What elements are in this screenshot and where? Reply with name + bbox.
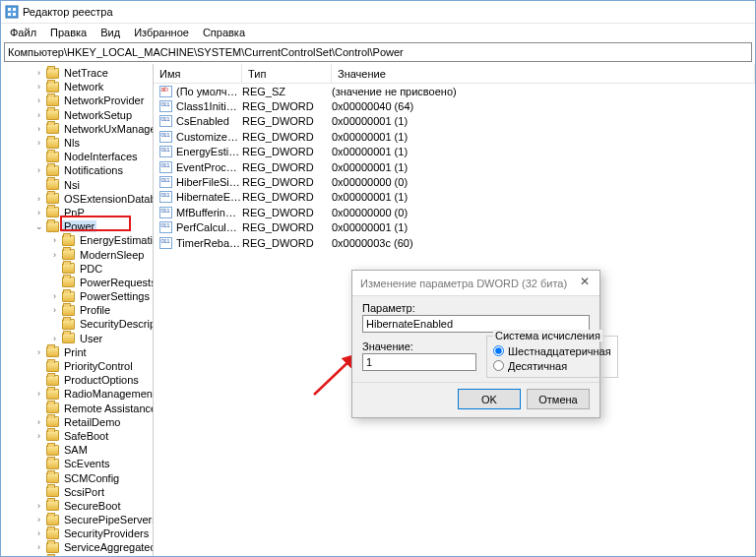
tree-item[interactable]: ›NetworkSetup: [1, 108, 153, 122]
value-type: REG_DWORD: [242, 115, 332, 127]
radio-dec[interactable]: Десятичная: [493, 358, 611, 373]
radio-hex[interactable]: Шестнадцатеричная: [493, 343, 611, 358]
tree-expand-icon[interactable]: ›: [34, 389, 43, 399]
menu-file[interactable]: Файл: [3, 26, 43, 39]
tree-item[interactable]: ServiceGroupOrder: [1, 555, 153, 556]
tree-expand-icon[interactable]: ›: [34, 82, 43, 92]
tree-item[interactable]: ›NetworkProvider: [1, 93, 153, 107]
list-row[interactable]: PerfCalculateAc...REG_DWORD0x00000001 (1…: [154, 220, 755, 235]
list-row[interactable]: CsEnabledREG_DWORD0x00000001 (1): [154, 114, 755, 129]
tree-item-label: ProductOptions: [62, 374, 141, 386]
tree-expand-icon[interactable]: ›: [34, 347, 43, 357]
list-row[interactable]: HiberFileSizePer...REG_DWORD0x00000000 (…: [154, 174, 755, 189]
tree-expand-icon[interactable]: ›: [50, 235, 59, 245]
list-row[interactable]: (По умолчанию)REG_SZ(значение не присвое…: [154, 84, 755, 98]
tree-expand-icon[interactable]: ›: [34, 417, 43, 427]
tree-item[interactable]: ›Network: [1, 80, 153, 93]
tree-item[interactable]: NodeInterfaces: [1, 150, 153, 163]
radio-dec-input[interactable]: [493, 360, 504, 371]
list-row[interactable]: TimerRebaseThr...REG_DWORD0x0000003c (60…: [154, 235, 755, 250]
tree-item[interactable]: PowerRequests: [1, 276, 153, 289]
value-type: REG_DWORD: [242, 237, 332, 249]
ok-button[interactable]: OK: [458, 389, 521, 409]
tree-item[interactable]: ›Notifications: [1, 163, 153, 177]
tree-expand-icon[interactable]: ›: [34, 138, 43, 148]
tree-expand-icon[interactable]: ›: [34, 542, 43, 552]
tree-item[interactable]: ›Profile: [1, 303, 153, 317]
tree-expand-icon[interactable]: ›: [34, 110, 43, 120]
tree-item[interactable]: ›RadioManagement: [1, 387, 153, 401]
tree-item[interactable]: ›ModernSleep: [1, 247, 153, 261]
tree-expand-icon[interactable]: ›: [34, 95, 43, 105]
tree-item[interactable]: ScEvents: [1, 457, 153, 470]
tree-item[interactable]: PriorityControl: [1, 359, 153, 373]
tree-item[interactable]: ›Nls: [1, 136, 153, 150]
tree-item[interactable]: ›PowerSettings: [1, 289, 153, 303]
tree-item[interactable]: SecurityDescriptors: [1, 317, 153, 331]
list-row[interactable]: Class1InitialUnp...REG_DWORD0x00000040 (…: [154, 98, 755, 113]
tree-expand-icon[interactable]: ⌄: [34, 221, 43, 231]
tree-expand-icon[interactable]: ›: [34, 501, 43, 511]
list-row[interactable]: EnergyEstimation...REG_DWORD0x00000001 (…: [154, 145, 755, 159]
col-value[interactable]: Значение: [332, 64, 755, 83]
tree-expand-icon[interactable]: ›: [50, 334, 59, 343]
tree-item[interactable]: ›RetailDemo: [1, 415, 153, 429]
tree-expand-icon[interactable]: ›: [34, 194, 43, 204]
svg-rect-2: [13, 8, 16, 11]
tree-expand-icon[interactable]: ›: [34, 165, 43, 175]
list-row[interactable]: MfBufferingThr...REG_DWORD0x00000000 (0): [154, 205, 755, 219]
svg-rect-4: [13, 13, 16, 16]
tree-expand-icon[interactable]: ›: [34, 528, 43, 538]
cancel-button[interactable]: Отмена: [527, 389, 590, 409]
tree-item-label: PowerRequests: [78, 277, 153, 288]
menu-favorites[interactable]: Избранное: [127, 26, 196, 39]
tree-expand-icon[interactable]: ›: [50, 291, 59, 301]
tree-expand-icon[interactable]: ›: [50, 250, 59, 260]
tree-item[interactable]: ScsiPort: [1, 485, 153, 499]
tree-expand-icon[interactable]: ›: [50, 305, 59, 315]
tree-item[interactable]: ›ServiceAggregatedEvents: [1, 540, 153, 554]
tree-item[interactable]: ›EnergyEstimation: [1, 233, 153, 247]
tree-expand-icon[interactable]: ›: [34, 124, 43, 134]
tree-expand-icon[interactable]: ›: [34, 515, 43, 525]
tree-expand-icon[interactable]: ›: [34, 431, 43, 441]
menu-edit[interactable]: Правка: [43, 26, 94, 39]
tree-item[interactable]: ›Print: [1, 345, 153, 359]
tree-item[interactable]: SAM: [1, 443, 153, 457]
tree-item[interactable]: ›OSExtensionDatabase: [1, 192, 153, 206]
radio-hex-input[interactable]: [493, 345, 504, 356]
tree-item[interactable]: ›SecurityProviders: [1, 526, 153, 540]
folder-icon: [62, 277, 75, 287]
tree-expand-icon[interactable]: ›: [34, 208, 43, 217]
value-data: 0x00000001 (1): [332, 131, 755, 143]
tree-panel[interactable]: ›NetTrace›Network›NetworkProvider›Networ…: [1, 64, 154, 556]
tree-item[interactable]: ›NetworkUxManager: [1, 122, 153, 136]
svg-rect-1: [8, 8, 11, 11]
tree-item[interactable]: ›PnP: [1, 206, 153, 219]
tree-item[interactable]: ⌄Power: [1, 219, 153, 233]
dialog-button-row: OK Отмена: [352, 382, 599, 415]
tree-item[interactable]: ›User: [1, 332, 153, 345]
list-row[interactable]: HibernateEnabledREG_DWORD0x00000001 (1): [154, 190, 755, 205]
tree-item[interactable]: ›NetTrace: [1, 66, 153, 80]
col-type[interactable]: Тип: [242, 64, 332, 83]
col-name[interactable]: Имя: [154, 64, 242, 83]
tree-item[interactable]: SCMConfig: [1, 470, 153, 484]
folder-icon: [46, 123, 59, 134]
dialog-close-button[interactable]: ✕: [576, 275, 594, 290]
folder-icon: [46, 207, 59, 217]
list-row[interactable]: EventProcessorE...REG_DWORD0x00000001 (1…: [154, 159, 755, 174]
tree-expand-icon[interactable]: ›: [34, 68, 43, 78]
list-row[interactable]: CustomizeDurin...REG_DWORD0x00000001 (1): [154, 129, 755, 144]
tree-item[interactable]: Nsi: [1, 178, 153, 192]
tree-item[interactable]: ProductOptions: [1, 373, 153, 387]
tree-item[interactable]: PDC: [1, 262, 153, 276]
address-bar[interactable]: Компьютер\HKEY_LOCAL_MACHINE\SYSTEM\Curr…: [4, 42, 752, 62]
tree-item[interactable]: ›SecurePipeServers: [1, 513, 153, 526]
menu-help[interactable]: Справка: [196, 26, 252, 39]
value-input[interactable]: [362, 353, 476, 371]
tree-item[interactable]: Remote Assistance: [1, 402, 153, 415]
tree-item[interactable]: ›SecureBoot: [1, 499, 153, 513]
menu-view[interactable]: Вид: [94, 26, 127, 39]
tree-item[interactable]: ›SafeBoot: [1, 429, 153, 443]
